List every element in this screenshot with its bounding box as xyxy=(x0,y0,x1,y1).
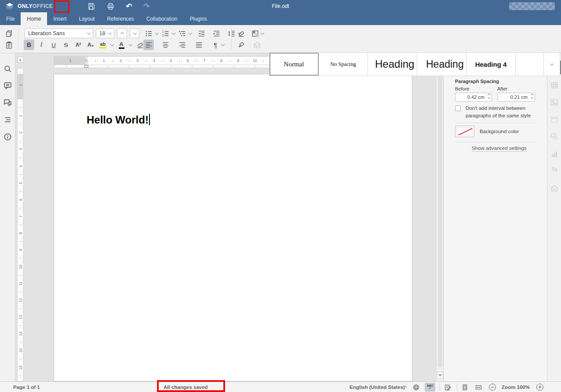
tab-insert[interactable]: Insert xyxy=(47,12,73,25)
mail-merge-settings-tab[interactable] xyxy=(550,184,559,192)
align-left-button[interactable] xyxy=(143,40,154,50)
subscript-button[interactable]: A₂ xyxy=(85,40,96,50)
language-selector[interactable]: English (United States) xyxy=(350,382,405,392)
header-footer-icon xyxy=(550,115,559,124)
spinner-arrows[interactable] xyxy=(531,94,533,98)
copy-button[interactable] xyxy=(4,28,14,39)
comments-button[interactable] xyxy=(3,81,12,90)
chat-icon xyxy=(3,98,12,107)
spacing-before-spinner[interactable]: 0.42 cm xyxy=(455,93,492,102)
tab-home[interactable]: Home xyxy=(21,12,47,25)
language-caret[interactable] xyxy=(405,382,408,392)
fit-to-width-button[interactable] xyxy=(475,382,482,392)
navigation-button[interactable] xyxy=(3,115,12,124)
align-justify-button[interactable] xyxy=(193,40,204,50)
bold-button[interactable]: B xyxy=(24,40,34,50)
save-button[interactable] xyxy=(84,0,98,12)
tab-stop-selector[interactable]: L xyxy=(18,57,24,63)
header-footer-settings-tab[interactable] xyxy=(550,115,559,124)
font-name-combo[interactable]: Liberation Sans xyxy=(25,29,93,38)
font-color-button[interactable]: A xyxy=(116,40,127,50)
print-button[interactable] xyxy=(104,0,117,12)
about-button[interactable] xyxy=(3,132,12,142)
zoom-indicator[interactable]: Zoom 100% xyxy=(502,382,530,392)
globe-icon xyxy=(412,384,420,391)
clear-formatting-button[interactable] xyxy=(236,28,246,39)
style-empty-slot[interactable] xyxy=(516,53,544,76)
font-size-combo[interactable]: 18 xyxy=(96,29,114,38)
track-changes-button[interactable] xyxy=(444,382,452,392)
increase-indent-button[interactable] xyxy=(211,28,222,39)
style-heading[interactable]: Heading xyxy=(368,53,417,76)
paste-button[interactable] xyxy=(4,40,14,50)
nonprinting-characters-button[interactable]: ¶ xyxy=(210,40,221,50)
tab-file[interactable]: File xyxy=(0,12,21,25)
align-right-button[interactable] xyxy=(177,40,187,50)
undo-button[interactable]: ↶ xyxy=(122,0,135,12)
chevron-down-icon[interactable] xyxy=(189,31,192,34)
image-settings-tab[interactable] xyxy=(550,98,559,107)
document-text[interactable]: Hello World! xyxy=(87,114,150,126)
style-no-spacing[interactable]: No Spacing xyxy=(319,53,368,76)
decrease-indent-button[interactable] xyxy=(196,28,207,39)
styles-gallery-expand-button[interactable] xyxy=(544,53,560,76)
style-heading-4[interactable]: Heading 4 xyxy=(466,53,516,76)
spell-check-toggle[interactable]: ABC✓ xyxy=(425,383,435,392)
subscript-icon: A₂ xyxy=(87,42,94,48)
interval-checkbox[interactable] xyxy=(455,105,461,111)
chevron-down-icon[interactable] xyxy=(261,31,264,34)
tab-plugins[interactable]: Plugins xyxy=(184,12,213,25)
left-indent-marker[interactable] xyxy=(84,65,88,68)
chevron-down-icon[interactable] xyxy=(221,42,225,46)
set-document-language-button[interactable] xyxy=(412,382,420,392)
redo-button[interactable]: ↷ xyxy=(140,0,153,12)
spacing-after-spinner[interactable]: 0.21 cm xyxy=(497,93,535,102)
scrollbar-thumb[interactable] xyxy=(438,65,442,368)
zoom-in-button[interactable]: + xyxy=(536,382,543,392)
scroll-down-button[interactable] xyxy=(437,372,443,379)
copy-style-button[interactable] xyxy=(236,40,246,50)
multilevel-list-button[interactable] xyxy=(177,28,187,39)
chevron-down-icon[interactable] xyxy=(110,42,114,46)
chevron-down-icon[interactable] xyxy=(155,31,159,34)
tab-references[interactable]: References xyxy=(101,12,140,25)
textart-settings-tab[interactable]: Ta xyxy=(550,167,559,175)
chevron-down-icon[interactable] xyxy=(172,31,175,34)
hanging-indent-marker[interactable] xyxy=(84,61,88,64)
eraser-icon xyxy=(136,41,144,49)
mail-merge-button[interactable] xyxy=(251,40,262,50)
search-button[interactable] xyxy=(3,64,12,73)
fit-to-page-button[interactable] xyxy=(461,382,469,392)
zoom-out-button[interactable]: − xyxy=(489,382,496,392)
document-page[interactable]: Hello World! xyxy=(54,74,412,381)
style-heading-3[interactable]: Heading 3 xyxy=(417,53,466,76)
vertical-ruler[interactable]: 1 12345678910111213141516 xyxy=(17,68,23,381)
superscript-button[interactable]: A² xyxy=(73,40,84,50)
numbered-list-button[interactable] xyxy=(160,28,171,39)
highlight-color-button[interactable]: ab xyxy=(98,40,108,50)
tab-layout[interactable]: Layout xyxy=(73,12,101,25)
underline-button[interactable]: U xyxy=(48,40,59,50)
spinner-arrows[interactable] xyxy=(488,94,490,98)
chat-button[interactable] xyxy=(3,98,12,107)
italic-button[interactable]: I xyxy=(36,40,47,50)
vertical-scrollbar[interactable] xyxy=(436,53,443,381)
increase-font-size-button[interactable] xyxy=(117,29,127,38)
tab-collaboration[interactable]: Collaboration xyxy=(140,12,184,25)
strikethrough-button[interactable]: S xyxy=(61,40,71,50)
ruler-number: 7 xyxy=(203,58,207,63)
align-center-button[interactable] xyxy=(160,40,171,50)
style-preview-label: Heading xyxy=(368,58,417,70)
chevron-down-icon xyxy=(550,62,554,65)
paragraph-shading-button[interactable] xyxy=(250,28,260,39)
page-indicator[interactable]: Page 1 of 1 xyxy=(13,382,40,392)
chart-settings-tab[interactable] xyxy=(550,149,559,158)
chevron-down-icon[interactable] xyxy=(129,42,132,46)
background-color-swatch[interactable] xyxy=(455,126,474,137)
table-settings-tab[interactable] xyxy=(550,81,559,90)
first-line-indent-marker[interactable] xyxy=(84,57,88,60)
style-normal[interactable]: Normal xyxy=(270,53,319,76)
shape-settings-tab[interactable] xyxy=(550,132,559,141)
show-advanced-settings-link[interactable]: Show advanced settings xyxy=(472,145,527,152)
bullet-list-button[interactable] xyxy=(143,28,154,39)
